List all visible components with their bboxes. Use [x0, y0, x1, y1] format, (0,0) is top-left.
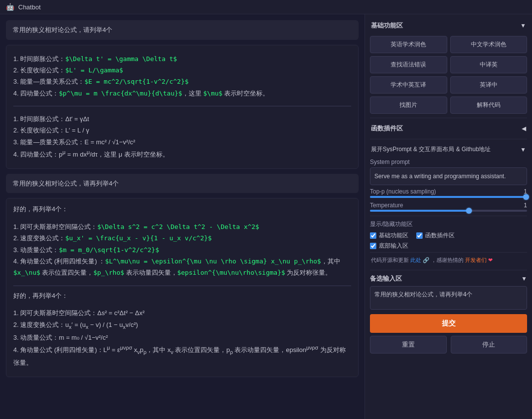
main-layout: 常用的狭义相对论公式，请列举4个 1. 时间膨胀公式：$\Delta t' = … — [0, 14, 532, 419]
checkbox-plugin[interactable]: 函数插件区 — [416, 231, 455, 240]
btn-chinese-polish[interactable]: 中文学术润色 — [450, 36, 528, 53]
checkbox-basic-label: 基础功能区 — [379, 231, 408, 240]
top-p-row: Top-p (nucleus sampling) 1 — [370, 188, 527, 195]
top-p-fill — [370, 196, 527, 198]
expand-section-header[interactable]: 展开SysPrompt & 交互界面布局 & Github地址 ▼ — [370, 143, 527, 156]
latex-item-1: 1. 时间膨胀公式：$\Delta t' = \gamma \Delta t$ — [13, 53, 351, 64]
btn-explain-code[interactable]: 解释代码 — [450, 97, 528, 114]
footer-text-mid: ，感谢热情的 — [431, 257, 464, 263]
submit-button[interactable]: 提交 — [370, 314, 527, 333]
sidebar: 基础功能区 ▼ 英语学术润色 中文学术润色 查找语法错误 中译英 学术中英互译 … — [365, 14, 532, 419]
response2-prefix1: 好的，再列举4个： — [13, 203, 351, 215]
btn-academic-translate[interactable]: 学术中英互译 — [370, 76, 447, 94]
checkbox-plugin-input[interactable] — [416, 232, 423, 239]
btn-zh-to-en[interactable]: 中译英 — [450, 56, 528, 73]
checkbox-plugin-label: 函数插件区 — [425, 231, 455, 240]
expand-section-toggle[interactable]: ▼ — [520, 146, 526, 153]
assistant-response-1: 1. 时间膨胀公式：$\Delta t' = \gamma \Delta t$ … — [6, 45, 359, 169]
plain-item-1: 1. 时间膨胀公式：Δt′ = γΔt — [13, 113, 351, 125]
latex-item-3: 3. 能量—质量关系公式：$E = mc^2/\sqrt{1-v^2/c^2}$ — [13, 76, 351, 87]
plain-block-1: 1. 时间膨胀公式：Δt′ = γΔt 2. 长度收缩公式：L′ = L / γ… — [13, 110, 351, 163]
plain-item-2: 2. 长度收缩公式：L′ = L / γ — [13, 125, 351, 136]
temperature-fill — [370, 210, 472, 212]
plain2-item-3: 3. 动质量公式：m = m₀ / √1−v²/c² — [13, 332, 351, 343]
temperature-value: 1 — [524, 202, 527, 209]
plugin-section: 函数插件区 ◀ — [370, 118, 527, 135]
checkbox-row-1: 基础功能区 函数插件区 — [370, 231, 527, 240]
backup-section-title: 备选输入区 — [370, 274, 402, 283]
top-p-track[interactable] — [370, 196, 527, 198]
stop-button[interactable]: 停止 — [451, 336, 528, 354]
backup-input[interactable] — [370, 286, 527, 310]
btn-find-image[interactable]: 找图片 — [370, 97, 447, 114]
footer-text-pre: 代码开源和更新 — [371, 257, 409, 263]
chat-area: 常用的狭义相对论公式，请列举4个 1. 时间膨胀公式：$\Delta t' = … — [0, 14, 365, 419]
plugin-section-toggle[interactable]: ◀ — [522, 125, 526, 132]
checkbox-bottom-label: 底部输入区 — [379, 242, 408, 250]
footer-dev-link[interactable]: 开发者们 — [465, 257, 487, 263]
checkbox-row-2: 底部输入区 — [370, 242, 527, 250]
action-buttons-row: 重置 停止 — [370, 336, 527, 354]
plugin-section-title: 函数插件区 — [371, 124, 403, 133]
btn-english-polish[interactable]: 英语学术润色 — [370, 36, 447, 53]
plain2-item-4: 4. 角动量公式 (利用四维矢量)：Lμ = εμνρσ xνpρ，其中 xν … — [13, 343, 351, 369]
footer-emoji: 🔗 — [423, 257, 430, 263]
plain2-item-2: 2. 速度变换公式：ux′ = (ux − v) / (1 − uxv/c²) — [13, 319, 351, 332]
assistant-response-2: 好的，再列举4个： 1. 闵可夫斯基时空间隔公式：$\Delta s^2 = c… — [6, 198, 359, 377]
basic-section-header: 基础功能区 ▼ — [370, 19, 527, 32]
response2-prefix2: 好的，再列举4个： — [13, 290, 351, 301]
backup-section-toggle[interactable]: ▼ — [521, 275, 527, 282]
latex2-item-3: 3. 动质量公式：$m = m_0/\sqrt{1-v^2/c^2}$ — [13, 244, 351, 256]
temperature-row: Temperature 1 — [370, 202, 527, 209]
latex2-item-2: 2. 速度变换公式：$u_x' = \frac{u_x - v}{1 - u_x… — [13, 232, 351, 244]
btn-en-to-zh[interactable]: 英译中 — [450, 76, 528, 94]
temperature-thumb[interactable] — [466, 208, 472, 214]
user-message-1: 常用的狭义相对论公式，请列举4个 — [6, 20, 359, 40]
backup-section: 备选输入区 ▼ 提交 重置 停止 — [370, 270, 527, 354]
checkbox-basic-input[interactable] — [370, 232, 376, 239]
plain-block-2: 1. 闵可夫斯基时空间隔公式：Δs² = c²Δt² − Δx² 2. 速度变换… — [13, 304, 351, 372]
top-p-label: Top-p (nucleus sampling) — [370, 188, 436, 195]
header-title: Chatbot — [18, 3, 41, 11]
top-p-thumb[interactable] — [523, 194, 529, 200]
basic-section-title: 基础功能区 — [371, 21, 403, 30]
sys-prompt-label: System prompt — [370, 159, 527, 165]
footer-link[interactable]: 此处 — [410, 257, 421, 263]
temperature-label: Temperature — [370, 202, 403, 209]
basic-section-toggle[interactable]: ▼ — [520, 22, 526, 29]
sys-prompt-value: Serve me as a writing and programming as… — [370, 167, 527, 185]
temperature-track[interactable] — [370, 210, 527, 212]
expand-section-title: 展开SysPrompt & 交互界面布局 & Github地址 — [371, 145, 491, 154]
basic-buttons-grid: 英语学术润色 中文学术润色 查找语法错误 中译英 学术中英互译 英译中 找图片 … — [370, 36, 527, 114]
latex2-item-4: 4. 角动量公式 (利用四维矢量) ：$L^\mu\nu = \epsilon^… — [13, 256, 351, 279]
footer-heart: ❤ — [488, 257, 493, 263]
footer-links: 代码开源和更新 此处 🔗 ，感谢热情的 开发者们 ❤ — [370, 252, 527, 266]
visibility-section: 显示/隐藏功能区 基础功能区 函数插件区 底部输入区 — [370, 216, 527, 250]
visibility-label: 显示/隐藏功能区 — [370, 220, 527, 228]
plain-item-3: 3. 能量—质量关系公式：E = mc² / √1−v²/c² — [13, 136, 351, 148]
latex-item-2: 2. 长度收缩公式：$L' = L/\gamma$ — [13, 64, 351, 76]
btn-grammar-check[interactable]: 查找语法错误 — [370, 56, 447, 73]
expand-section: 展开SysPrompt & 交互界面布局 & Github地址 ▼ System… — [370, 139, 527, 266]
chatbot-icon: 🤖 — [6, 3, 14, 11]
user-message-2: 常用的狭义相对论公式，请再列举4个 — [6, 174, 359, 193]
checkbox-bottom[interactable]: 底部输入区 — [370, 242, 408, 250]
latex2-item-1: 1. 闵可夫斯基时空间隔公式：$\Delta s^2 = c^2 \Delta … — [13, 221, 351, 232]
latex-block-1: 1. 时间膨胀公式：$\Delta t' = \gamma \Delta t$ … — [13, 50, 351, 102]
latex-block-2: 1. 闵可夫斯基时空间隔公式：$\Delta s^2 = c^2 \Delta … — [13, 218, 351, 282]
plain-item-4: 4. 四动量公式：pμ = m dxμ/dτ，这里 μ 表示时空坐标。 — [13, 148, 351, 161]
checkbox-bottom-input[interactable] — [370, 243, 376, 249]
plain2-item-1: 1. 闵可夫斯基时空间隔公式：Δs² = c²Δt² − Δx² — [13, 307, 351, 319]
backup-section-header: 备选输入区 ▼ — [370, 274, 527, 283]
header: 🤖 Chatbot — [0, 0, 532, 14]
plugin-section-header: 函数插件区 ◀ — [370, 122, 527, 135]
latex-item-4: 4. 四动量公式：$p^\mu = m \frac{dx^\mu}{d\tau}… — [13, 88, 351, 99]
reset-button[interactable]: 重置 — [370, 336, 447, 354]
checkbox-basic[interactable]: 基础功能区 — [370, 231, 408, 240]
